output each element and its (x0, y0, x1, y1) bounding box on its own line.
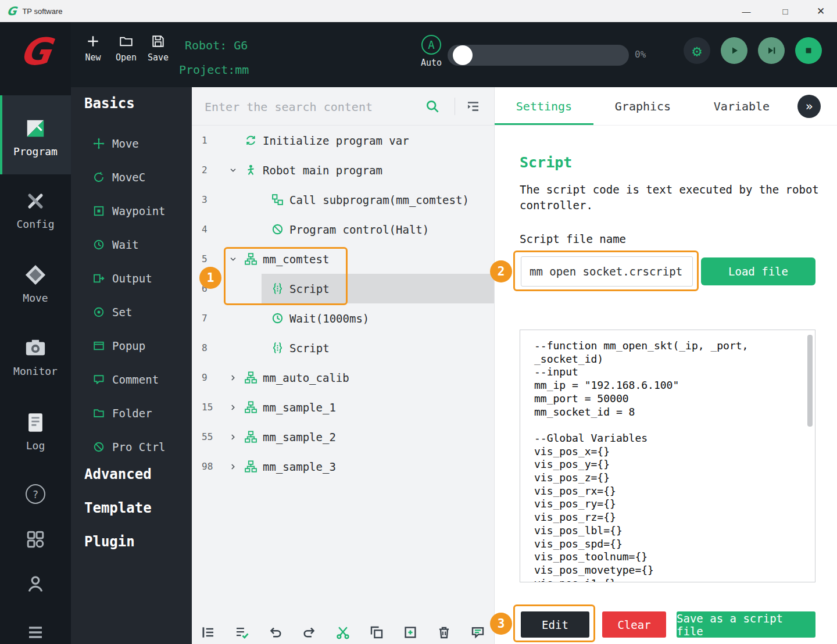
redo-icon[interactable] (302, 625, 316, 639)
list-check-icon[interactable] (235, 625, 249, 639)
script-code-viewer[interactable]: --function mm_open_skt(_ip, _port, _sock… (520, 330, 815, 582)
row-label: mm_sample_1 (263, 401, 336, 414)
chevron-right-icon[interactable] (227, 403, 239, 412)
section-plugin[interactable]: Plugin (84, 534, 135, 550)
open-button[interactable]: Open (111, 34, 141, 63)
close-button[interactable]: ✕ (807, 0, 834, 22)
chevron-right-icon[interactable] (227, 374, 239, 382)
row-number: 8 (192, 342, 227, 353)
delete-icon[interactable] (437, 625, 451, 639)
outline-icon[interactable] (466, 99, 480, 113)
user-button[interactable] (0, 575, 71, 593)
chevron-down-icon[interactable] (227, 255, 239, 263)
chevron-right-icon[interactable] (227, 433, 239, 441)
row-number: 9 (192, 372, 227, 383)
settings-button[interactable]: ⚙ (684, 37, 710, 64)
more-tabs-button[interactable]: » (797, 95, 821, 118)
tree-row-call-subprogram[interactable]: 3 Call subprogram(mm_comtest) (192, 185, 494, 214)
sidebar-item-monitor[interactable]: Monitor (0, 337, 71, 377)
palette-item-movec[interactable]: MoveC (71, 160, 192, 194)
tree-row-main-program[interactable]: 2 Robot main program (192, 155, 494, 185)
edit-button[interactable]: Edit (521, 611, 589, 638)
palette-item-popup[interactable]: Popup (71, 329, 192, 363)
slider-knob[interactable] (453, 45, 473, 65)
target-icon (93, 306, 105, 318)
palette-item-waypoint[interactable]: Waypoint (71, 194, 192, 228)
annotation-step-1: 1 (199, 267, 221, 289)
save-as-script-file-button[interactable]: Save as a script file (677, 611, 815, 638)
subprogram-icon (245, 431, 257, 443)
palette-item-folder[interactable]: Folder (71, 396, 192, 430)
tree-row-script-selected[interactable]: 6 Script (192, 274, 494, 303)
paste-icon[interactable] (403, 625, 417, 639)
grid-icon (26, 530, 45, 549)
minimize-button[interactable]: — (733, 0, 760, 22)
new-button[interactable]: New (78, 34, 108, 63)
tree-row-script[interactable]: 8 Script (192, 333, 494, 363)
row-label: Robot main program (263, 164, 382, 177)
section-advanced[interactable]: Advanced (84, 466, 152, 482)
tree-row-mm-sample-3[interactable]: 98 mm_sample_3 (192, 452, 494, 481)
sidebar-item-program[interactable]: Program (0, 95, 71, 174)
chevron-double-right-icon: » (806, 99, 813, 113)
step-button[interactable] (758, 37, 785, 64)
stop-button[interactable] (795, 37, 822, 64)
palette-item-label: Output (112, 272, 152, 285)
menu-button[interactable] (0, 623, 71, 642)
cut-icon[interactable] (336, 625, 350, 639)
tree-row-program-control[interactable]: 4 Program control(Halt) (192, 214, 494, 244)
auto-mode-button[interactable]: A Auto (415, 35, 448, 68)
palette-item-label: Wait (112, 238, 139, 251)
sidebar-item-move[interactable]: Move (0, 264, 71, 304)
copy-icon[interactable] (370, 625, 384, 639)
help-button[interactable]: ? (0, 484, 71, 504)
comment-icon[interactable] (471, 625, 485, 639)
play-icon (727, 44, 741, 58)
tree-row-mm-sample-1[interactable]: 15 mm_sample_1 (192, 392, 494, 422)
call-subprogram-icon (271, 194, 284, 206)
palette-item-output[interactable]: Output (71, 262, 192, 295)
left-sidebar: G Program Config Move Monitor Log ? (0, 22, 71, 644)
inspector-tabs: Settings Graphics Variable » (495, 87, 837, 126)
sidebar-item-config[interactable]: Config (0, 190, 71, 230)
clock-icon (93, 239, 105, 251)
palette-item-comment[interactable]: Comment (71, 363, 192, 396)
clear-button[interactable]: Clear (602, 611, 666, 638)
tree-row-mm-comtest[interactable]: 5 mm_comtest (192, 244, 494, 274)
palette-item-set[interactable]: Set (71, 295, 192, 329)
apps-button[interactable] (0, 530, 71, 549)
tree-row-initialize[interactable]: 1 Initialize program var (192, 126, 494, 155)
tab-variable[interactable]: Variable (692, 87, 791, 125)
search-icon[interactable] (425, 99, 439, 113)
chevron-right-icon[interactable] (227, 463, 239, 471)
tree-row-mm-auto-calib[interactable]: 9 mm_auto_calib (192, 363, 494, 392)
save-button[interactable]: Save (143, 34, 173, 63)
palette-item-move[interactable]: Move (71, 127, 192, 160)
run-button[interactable] (721, 37, 747, 64)
palette-item-proctrl[interactable]: Pro Ctrl (71, 430, 192, 464)
speed-slider[interactable] (448, 45, 629, 66)
titlebar: G TP software — □ ✕ (0, 0, 837, 22)
sidebar-item-label: Monitor (0, 365, 71, 377)
undo-icon[interactable] (269, 625, 282, 639)
section-template[interactable]: Template (84, 500, 152, 516)
sidebar-item-log[interactable]: Log (0, 412, 71, 452)
code-scrollbar[interactable] (807, 335, 813, 427)
tab-graphics[interactable]: Graphics (593, 87, 692, 125)
palette-item-wait[interactable]: Wait (71, 228, 192, 262)
move-icon (24, 264, 46, 286)
load-file-button[interactable]: Load file (701, 257, 815, 285)
maximize-button[interactable]: □ (772, 0, 799, 22)
tree-row-mm-sample-2[interactable]: 55 mm_sample_2 (192, 422, 494, 452)
chevron-down-icon[interactable] (227, 166, 239, 174)
row-label: Initialize program var (263, 134, 409, 147)
script-file-name-input[interactable] (521, 256, 693, 287)
section-basics[interactable]: Basics (84, 95, 135, 112)
tab-settings[interactable]: Settings (495, 87, 593, 125)
move-top-icon[interactable] (201, 625, 215, 639)
search-input[interactable] (192, 87, 427, 126)
palette-item-label: Folder (112, 407, 152, 420)
app-logo-icon: G (6, 4, 17, 18)
palette-item-label: Waypoint (112, 205, 166, 217)
tree-row-wait[interactable]: 7 Wait(1000ms) (192, 303, 494, 333)
